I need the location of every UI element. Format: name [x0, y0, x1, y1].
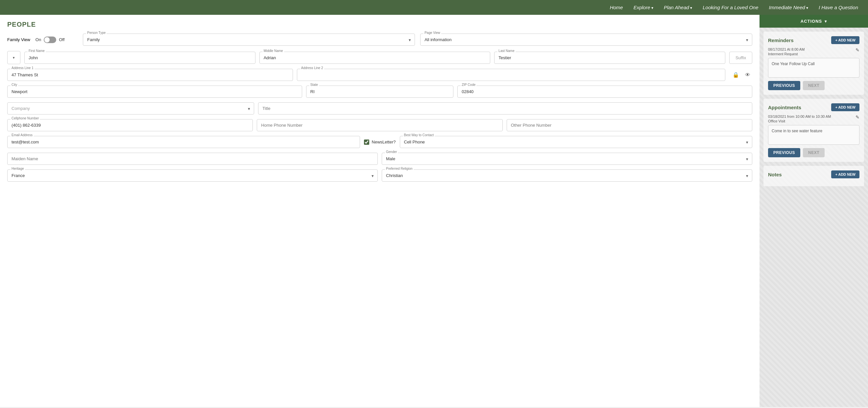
lock-icon[interactable]: 🔒 — [731, 70, 740, 80]
appointment-date: 03/18/2021 from 10:00 AM to 10:30 AM — [768, 115, 831, 118]
reminder-item: 08/17/2021 At 8:00 AM Interment Request … — [768, 48, 860, 78]
reminder-type: Interment Request — [768, 52, 805, 56]
best-way-contact-label: Best Way to Contact — [403, 133, 435, 137]
appointments-add-new-button[interactable]: + ADD NEW — [831, 103, 860, 111]
address-icons: 🔒 👁 — [731, 70, 752, 80]
nav-plan-ahead[interactable]: Plan Ahead — [664, 5, 692, 10]
best-way-contact-select[interactable]: Cell Phone Home Phone Other Phone Email — [400, 136, 753, 148]
first-name-input[interactable] — [24, 52, 255, 64]
reminder-edit-icon[interactable]: ✎ — [856, 48, 860, 53]
nav-immediate-need[interactable]: Immediate Need — [769, 5, 808, 10]
last-name-field[interactable]: Last Name — [494, 52, 725, 64]
nav-looking-for-loved-one[interactable]: Looking For a Loved One — [703, 5, 758, 10]
page-view-dropdown[interactable]: Page View All information Basic Advanced — [420, 34, 752, 46]
reminders-add-new-button[interactable]: + ADD NEW — [831, 36, 860, 44]
middle-name-field[interactable]: Middle Name — [259, 52, 491, 64]
heritage-dropdown[interactable]: Heritage France Other — [7, 170, 378, 182]
company-select[interactable]: Company — [7, 102, 254, 115]
address-line1-input[interactable] — [7, 69, 293, 81]
preferred-religion-select[interactable]: Christian Catholic Jewish Muslim None — [382, 170, 752, 182]
appointments-title: Appointments — [768, 105, 801, 110]
family-view-label: Family View — [7, 37, 30, 42]
zip-field[interactable]: ZIP Code — [457, 86, 752, 98]
prefix-button[interactable]: ▾ — [7, 51, 20, 64]
appointments-next-button[interactable]: NEXT — [803, 148, 825, 157]
email-field[interactable]: Email Address — [7, 136, 360, 148]
notes-header: Notes + ADD NEW — [768, 170, 860, 178]
gender-select[interactable]: Male Female Other — [382, 153, 752, 165]
nav-home[interactable]: Home — [610, 5, 623, 10]
nav-explore[interactable]: Explore — [633, 5, 653, 10]
company-dropdown[interactable]: Company — [7, 102, 254, 115]
appointment-edit-icon[interactable]: ✎ — [856, 115, 860, 120]
top-navigation: Home Explore Plan Ahead Looking For a Lo… — [0, 0, 868, 15]
first-name-field[interactable]: First Name — [24, 52, 255, 64]
eye-icon[interactable]: 👁 — [743, 70, 752, 80]
actions-label: ACTIONS — [801, 19, 822, 24]
sidebar: ACTIONS ▾ Reminders + ADD NEW 08/17/2021… — [760, 15, 868, 407]
newsletter-checkbox[interactable] — [364, 140, 369, 145]
appointment-item: 03/18/2021 from 10:00 AM to 10:30 AM Off… — [768, 115, 860, 145]
best-way-contact-dropdown[interactable]: Best Way to Contact Cell Phone Home Phon… — [400, 136, 753, 148]
home-phone-field[interactable] — [257, 119, 502, 131]
maiden-gender-row: Gender Male Female Other — [7, 153, 752, 165]
address-line2-input[interactable] — [297, 69, 725, 81]
appointments-section: Appointments + ADD NEW 03/18/2021 from 1… — [764, 99, 864, 162]
gender-dropdown[interactable]: Gender Male Female Other — [382, 153, 752, 165]
last-name-label: Last Name — [497, 49, 515, 53]
reminders-next-button[interactable]: NEXT — [803, 81, 825, 90]
notes-add-new-button[interactable]: + ADD NEW — [831, 170, 860, 178]
middle-name-input[interactable] — [259, 52, 491, 64]
zip-label: ZIP Code — [461, 83, 476, 87]
maiden-name-field[interactable] — [7, 153, 378, 165]
actions-chevron-icon: ▾ — [825, 19, 827, 24]
phone-row: Cellphone Number — [7, 119, 752, 131]
family-view-toggle[interactable] — [44, 36, 56, 43]
email-input[interactable] — [7, 136, 360, 148]
address-line2-field[interactable]: Address Line 2 — [297, 69, 725, 81]
state-label: State — [309, 83, 319, 87]
person-type-label: Person Type — [86, 31, 106, 34]
actions-bar[interactable]: ACTIONS ▾ — [760, 15, 868, 28]
city-field[interactable]: City — [7, 86, 302, 98]
page-view-label: Page View — [424, 31, 441, 34]
heritage-label: Heritage — [10, 167, 25, 170]
page-view-select[interactable]: All information Basic Advanced — [420, 34, 752, 46]
appointment-type: Office Visit — [768, 119, 831, 123]
appointments-header: Appointments + ADD NEW — [768, 103, 860, 111]
city-input[interactable] — [7, 86, 302, 98]
cell-phone-field[interactable]: Cellphone Number — [7, 119, 253, 131]
reminders-section: Reminders + ADD NEW 08/17/2021 At 8:00 A… — [764, 32, 864, 95]
reminders-header: Reminders + ADD NEW — [768, 36, 860, 44]
last-name-input[interactable] — [494, 52, 725, 64]
suffix-field[interactable]: Suffix — [729, 52, 752, 64]
nav-have-question[interactable]: I Have a Question — [819, 5, 858, 10]
title-field[interactable] — [258, 102, 752, 115]
appointments-previous-button[interactable]: PREVIOUS — [768, 148, 800, 157]
reminders-title: Reminders — [768, 37, 794, 43]
person-type-dropdown[interactable]: Person Type Family Individual — [83, 34, 415, 46]
preferred-religion-dropdown[interactable]: Preferred Religion Christian Catholic Je… — [382, 170, 752, 182]
page-title: PEOPLE — [7, 21, 752, 28]
heritage-religion-row: Heritage France Other Preferred Religion… — [7, 170, 752, 182]
home-phone-input[interactable] — [257, 119, 502, 131]
cell-phone-label: Cellphone Number — [10, 116, 40, 120]
reminder-note: One Year Follow Up Call — [768, 58, 860, 78]
heritage-select[interactable]: France Other — [7, 170, 378, 182]
address-line1-field[interactable]: Address Line 1 — [7, 69, 293, 81]
zip-input[interactable] — [457, 86, 752, 98]
title-input[interactable] — [258, 102, 752, 115]
city-state-zip-row: City State ZIP Code — [7, 86, 752, 98]
state-field[interactable]: State — [306, 86, 454, 98]
newsletter-field[interactable]: NewsLetter? — [364, 140, 396, 145]
person-type-select[interactable]: Family Individual — [83, 34, 415, 46]
reminders-previous-button[interactable]: PREVIOUS — [768, 81, 800, 90]
suffix-label: Suffix — [736, 55, 746, 60]
cell-phone-input[interactable] — [7, 119, 253, 131]
state-input[interactable] — [306, 86, 454, 98]
other-phone-field[interactable] — [507, 119, 752, 131]
notes-title: Notes — [768, 172, 782, 177]
appointment-note: Come in to see water feature — [768, 125, 860, 145]
maiden-name-input[interactable] — [7, 153, 378, 165]
other-phone-input[interactable] — [507, 119, 752, 131]
